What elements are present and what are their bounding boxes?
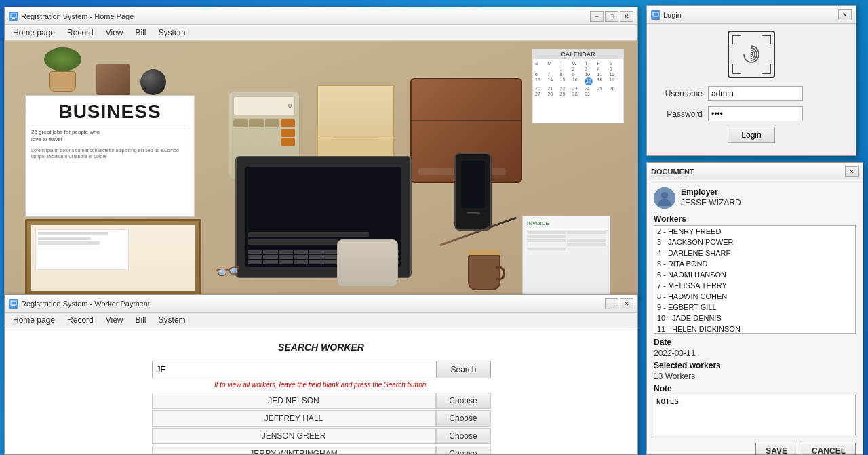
- trackpad-decoration: [337, 239, 398, 287]
- document-titlebar: DOCUMENT ✕: [647, 163, 863, 180]
- svg-rect-1: [12, 18, 15, 19]
- home-minimize-btn[interactable]: –: [590, 11, 604, 22]
- login-button[interactable]: Login: [728, 127, 775, 143]
- magazine-decoration: BUSINESS 25 great jobs for people wholov…: [25, 95, 195, 217]
- home-window-controls: – □ ✕: [590, 11, 633, 22]
- login-window-title: Login: [663, 11, 682, 19]
- svg-rect-4: [653, 12, 658, 16]
- list-item[interactable]: 7 - MELISSA TERRY: [654, 280, 855, 291]
- svg-point-7: [661, 192, 668, 199]
- payment-window-controls: – ✕: [605, 298, 633, 309]
- phone-decoration: [454, 153, 492, 231]
- home-menu-system[interactable]: System: [153, 26, 191, 39]
- list-item[interactable]: 6 - NAOMI HANSON: [654, 269, 855, 280]
- payment-menu-homepage[interactable]: Home page: [7, 314, 60, 326]
- payment-minimize-btn[interactable]: –: [605, 298, 618, 309]
- payment-content: SEARCH WORKER Search If to view all work…: [5, 328, 637, 454]
- sphere-decoration: [140, 69, 166, 95]
- home-close-btn[interactable]: ✕: [620, 11, 633, 22]
- desktop: Registration System - Home Page – □ ✕ Ho…: [0, 0, 868, 455]
- home-window-title: Registration System - Home Page: [21, 12, 134, 20]
- payment-menu-view[interactable]: View: [100, 314, 129, 326]
- list-item[interactable]: 8 - HADWIN COHEN: [654, 291, 855, 302]
- fingerprint-area: [654, 31, 849, 78]
- list-item[interactable]: 3 - JACKSON POWER: [654, 237, 855, 248]
- list-item[interactable]: 11 - HELEN DICKINSON: [654, 323, 855, 334]
- list-item[interactable]: 9 - EGBERT GILL: [654, 302, 855, 313]
- choose-button-1[interactable]: Choose: [436, 411, 490, 426]
- login-close-btn[interactable]: ✕: [838, 9, 852, 20]
- document-title: DOCUMENT: [651, 167, 694, 176]
- document-close-btn[interactable]: ✕: [845, 166, 859, 177]
- login-window-controls: ✕: [838, 9, 852, 20]
- worker-name-0: JED NELSON: [153, 393, 436, 408]
- payment-close-btn[interactable]: ✕: [620, 298, 633, 309]
- search-worker-title: SEARCH WORKER: [18, 342, 624, 353]
- avatar-icon: [654, 187, 675, 209]
- cancel-button[interactable]: CANCEL: [802, 443, 856, 454]
- list-item: JED NELSON Choose: [152, 393, 491, 409]
- workers-label: Workers: [654, 214, 856, 224]
- svg-point-5: [751, 54, 753, 56]
- employer-section: Employer JESSE WIZARD: [654, 187, 856, 209]
- home-image-area: CALENDAR SMTWTFS 12345 6789101112 131415…: [5, 41, 637, 297]
- save-button[interactable]: SAVE: [755, 443, 797, 454]
- home-window-icon: [9, 12, 18, 21]
- password-label: Password: [654, 109, 708, 119]
- worker-name-2: JENSON GREER: [153, 429, 436, 443]
- list-item: JEFFREY HALL Choose: [152, 410, 491, 427]
- home-menu-bill[interactable]: Bill: [130, 26, 152, 39]
- list-item[interactable]: 2 - HENRY FREED: [654, 226, 855, 237]
- workers-section: Workers 2 - HENRY FREED 3 - JACKSON POWE…: [654, 214, 856, 334]
- choose-button-3[interactable]: Choose: [436, 446, 490, 454]
- search-input[interactable]: [152, 361, 437, 378]
- home-menu-record[interactable]: Record: [62, 26, 99, 39]
- wood-block-decoration: [96, 64, 130, 95]
- date-label: Date: [654, 338, 856, 347]
- note-textarea[interactable]: NOTES: [654, 395, 856, 435]
- employer-label: Employer: [681, 187, 856, 197]
- workers-list-box[interactable]: 2 - HENRY FREED 3 - JACKSON POWER 4 - DA…: [654, 225, 856, 334]
- glasses-decoration: 👓: [214, 258, 242, 285]
- selected-workers-row: Selected workers 13 Workers: [654, 361, 856, 381]
- worker-list: JED NELSON Choose JEFFREY HALL Choose JE…: [18, 393, 624, 454]
- list-item[interactable]: 4 - DARLENE SHARP: [654, 248, 855, 258]
- list-item[interactable]: 10 - JADE DENNIS: [654, 313, 855, 323]
- fingerprint-svg: [738, 41, 765, 68]
- selected-workers-label: Selected workers: [654, 361, 856, 370]
- choose-button-2[interactable]: Choose: [436, 429, 490, 443]
- login-titlebar: Login ✕: [647, 6, 856, 24]
- payment-menu-bar: Home page Record View Bill System: [5, 313, 637, 328]
- home-menu-homepage[interactable]: Home page: [7, 26, 60, 39]
- plant-decoration: [39, 47, 86, 95]
- svg-rect-2: [11, 301, 16, 305]
- fingerprint-icon: [728, 31, 775, 78]
- date-value: 2022-03-11: [654, 349, 856, 358]
- username-input[interactable]: [708, 86, 803, 101]
- date-row: Date 2022-03-11: [654, 338, 856, 358]
- payment-menu-bill[interactable]: Bill: [130, 314, 152, 326]
- svg-rect-3: [12, 305, 15, 306]
- payment-menu-system[interactable]: System: [153, 314, 191, 326]
- doc-bottom-buttons: SAVE CANCEL: [654, 443, 856, 454]
- password-row: Password: [654, 106, 849, 121]
- search-button[interactable]: Search: [437, 361, 491, 378]
- payment-window-icon: [9, 299, 18, 309]
- list-item[interactable]: 5 - RITA BOND: [654, 258, 855, 269]
- note-row: Note NOTES: [654, 384, 856, 437]
- password-input[interactable]: [708, 106, 803, 121]
- choose-button-0[interactable]: Choose: [436, 393, 490, 408]
- employer-name: JESSE WIZARD: [681, 198, 856, 207]
- corkboard-decoration: [25, 219, 201, 297]
- selected-workers-value: 13 Workers: [654, 372, 856, 381]
- username-label: Username: [654, 89, 708, 98]
- login-window-icon: [651, 10, 660, 20]
- home-maximize-btn[interactable]: □: [605, 11, 618, 22]
- login-title-left: Login: [651, 10, 682, 20]
- note-label: Note: [654, 384, 856, 393]
- login-btn-container: Login: [654, 127, 849, 143]
- payment-menu-record[interactable]: Record: [62, 314, 99, 326]
- payment-title-left: Registration System - Worker Payment: [9, 299, 150, 309]
- home-window: Registration System - Home Page – □ ✕ Ho…: [4, 7, 638, 298]
- home-menu-view[interactable]: View: [100, 26, 129, 39]
